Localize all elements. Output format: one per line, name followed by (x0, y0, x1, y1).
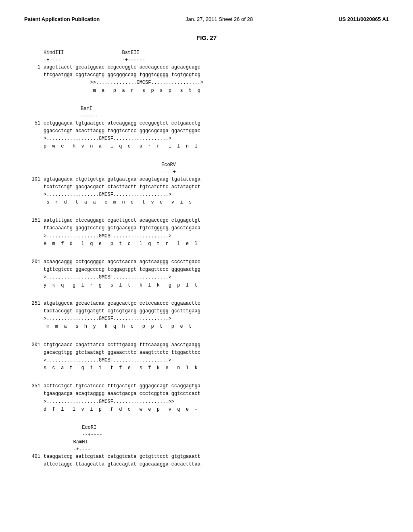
sequence-block-1: HindIII BstEII -+---- -+------ 1 aagctta… (24, 49, 389, 95)
figure-title: FIG. 27 (24, 34, 389, 41)
seq-line-351b: tgaaggacga acagtagggg aaactgacga ccctcgg… (24, 390, 389, 398)
sequence-block-6: 251 atgatggcca gccactacaa gcagcactgc cct… (24, 300, 389, 331)
seq-line-201b: tgttcgtccc ggacgccccg tcggagtggt tcgagtt… (24, 266, 389, 274)
seq-line-51b: ggaccctcgt acacttacgg taggtcctcc gggccgc… (24, 127, 389, 135)
seq-line-1c: >>..............GMCSF.................> (24, 79, 389, 87)
restriction-label-hindiii-bsteii: HindIII BstEII -+---- -+------ (44, 49, 389, 64)
sequence-block-7: 301 ctgtgcaacc cagattatca cctttgaaag ttt… (24, 341, 389, 372)
seq-line-201c: >..................GMCSF................… (24, 274, 389, 281)
header-patent-number: US 2011/0020865 A1 (338, 16, 389, 22)
sequence-block-2: BsmI ------ 51 cctgggagca tgtgaatgcc atc… (24, 105, 389, 151)
seq-line-201d: y k q g l r g s l t k l k g p l t (24, 282, 389, 289)
seq-line-101a: 101 agtagagaca ctgctgctga gatgaatgaa aca… (24, 176, 389, 183)
seq-line-51c: >..................GMCSF................… (24, 135, 389, 143)
seq-line-301b: gacacgttgg gtctaatagt ggaaactttc aaagttt… (24, 349, 389, 357)
seq-line-301c: >..................GMCSF................… (24, 357, 389, 364)
seq-line-301d: s c a t q i i t f e s f k e n l k (24, 364, 389, 372)
seq-line-1d: m a p a r s p s p s t q (24, 87, 389, 95)
seq-line-101b: tcatctctgt gacgacgact ctacttactt tgtcatc… (24, 183, 389, 191)
page: Patent Application Publication Jan. 27, … (0, 0, 413, 532)
seq-line-251a: 251 atgatggcca gccactacaa gcagcactgc cct… (24, 300, 389, 308)
sequence-block-8: 351 acttcctgct tgtcatcccc tttgactgct ggg… (24, 382, 389, 414)
seq-line-1b: ttcgaatgga cggtaccgtg ggcgggccag tgggtcg… (24, 71, 389, 79)
restriction-label-bsmi: BsmI ------ (81, 105, 389, 120)
sequence-content: HindIII BstEII -+---- -+------ 1 aagctta… (24, 49, 389, 468)
seq-line-151b: ttacaaactg gaggtcctcg gctgaacgga tgtctgg… (24, 224, 389, 232)
header-publication-label: Patent Application Publication (24, 16, 100, 22)
seq-line-351d: d f l l v i p f d c w e p v q e - (24, 406, 389, 414)
header-date-sheet: Jan. 27, 2011 Sheet 26 of 28 (186, 16, 253, 22)
restriction-label-ecorv: EcoRV ----+-- (161, 161, 389, 176)
sequence-block-4: 151 aatgtttgac ctccaggagc cgacttgcct aca… (24, 217, 389, 248)
seq-line-301a: 301 ctgtgcaacc cagattatca cctttgaaag ttt… (24, 341, 389, 349)
seq-line-401a: 401 taaggatccg aattcgtaat catggtcata gct… (24, 453, 389, 461)
restriction-label-ecori-bamhi: EcoRI --+---- BamHI -+---- (65, 424, 389, 453)
seq-line-251b: tactaccggt cggtgatgtt cgtcgtgacg ggaggtt… (24, 308, 389, 315)
sequence-block-3: EcoRV ----+-- 101 agtagagaca ctgctgctga … (24, 161, 389, 207)
seq-line-251c: >..................GMCSF................… (24, 315, 389, 323)
page-header: Patent Application Publication Jan. 27, … (24, 16, 389, 22)
seq-line-51d: p w e h v n a i q e a r r l l n l (24, 143, 389, 150)
sequence-block-5: 201 acaagcaggg cctgcggggc agcctcacca agc… (24, 258, 389, 289)
seq-line-351c: >..................GMCSF................… (24, 398, 389, 406)
seq-line-201a: 201 acaagcaggg cctgcggggc agcctcacca agc… (24, 258, 389, 266)
seq-line-151d: e m f d l q e p t c l q t r l e l (24, 240, 389, 248)
sequence-block-9: 401 taaggatccg aattcgtaat catggtcata gct… (24, 453, 389, 468)
seq-line-101d: s r d t a a e m n e t v e v i s (24, 199, 389, 206)
seq-line-1a: 1 aagcttacct gccatggcac ccgcccggtc accca… (24, 64, 389, 71)
seq-line-151a: 151 aatgtttgac ctccaggagc cgacttgcct aca… (24, 217, 389, 224)
seq-line-51a: 51 cctgggagca tgtgaatgcc atccaggagg cccg… (24, 120, 389, 127)
seq-line-251d: m m a s h y k q h c p p t p e t (24, 323, 389, 330)
seq-line-401b: attcctaggc ttaagcatta gtaccagtat cgacaaa… (24, 461, 389, 468)
seq-line-101c: >..................GMCSF................… (24, 191, 389, 199)
seq-line-351a: 351 acttcctgct tgtcatcccc tttgactgct ggg… (24, 382, 389, 390)
seq-line-151c: >..................GMCSF................… (24, 233, 389, 240)
